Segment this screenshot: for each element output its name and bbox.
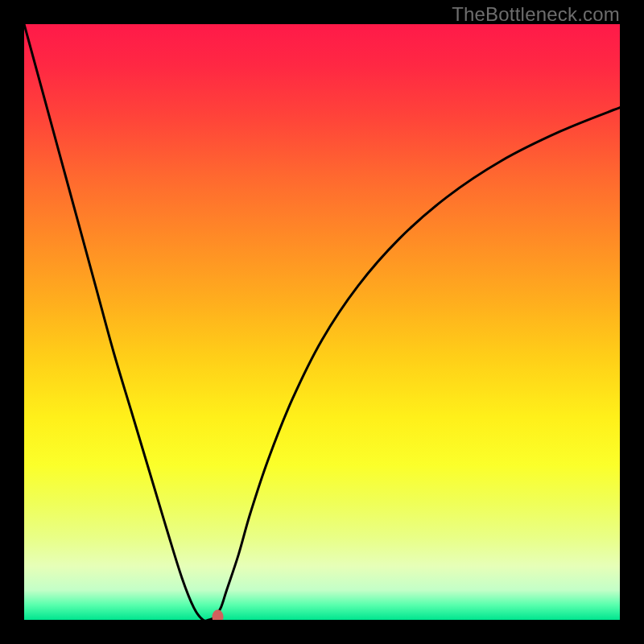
watermark-text: TheBottleneck.com [452,3,620,26]
chart-frame [24,24,620,620]
bottleneck-chart [24,24,620,620]
chart-background [24,24,620,620]
